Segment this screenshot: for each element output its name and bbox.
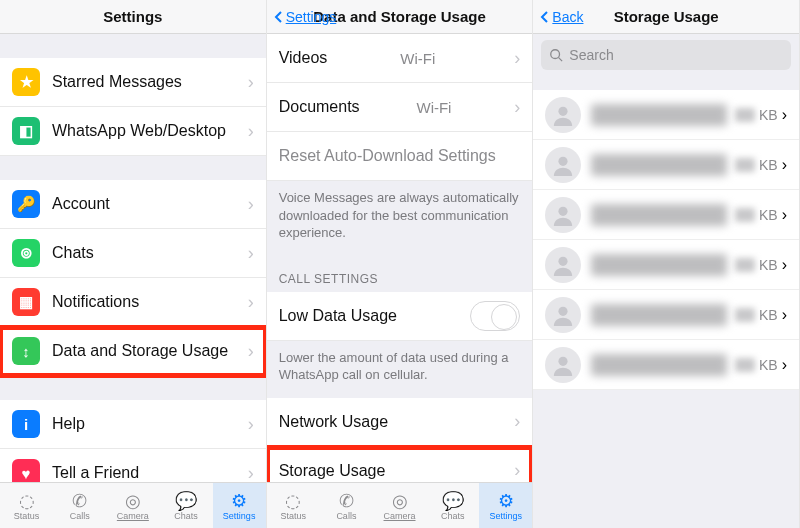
tab-label: Status: [280, 511, 306, 521]
row-tell-a-friend[interactable]: ♥ Tell a Friend ›: [0, 449, 266, 482]
nav-bar: Back Storage Usage: [533, 0, 799, 34]
tab-status[interactable]: ◌ Status: [0, 483, 53, 528]
chevron-right-icon: ›: [782, 306, 787, 324]
avatar-icon: [545, 347, 581, 383]
search-input[interactable]: Search: [541, 40, 791, 70]
row-documents[interactable]: Documents Wi-Fi ›: [267, 83, 533, 132]
row-label: Network Usage: [279, 413, 388, 431]
panel-storage-usage: Back Storage Usage Search KB › KB › KB ›…: [533, 0, 800, 528]
row-label: WhatsApp Web/Desktop: [52, 122, 226, 140]
chevron-right-icon: ›: [514, 411, 520, 432]
size-redacted: [735, 158, 755, 172]
contact-row[interactable]: KB ›: [533, 340, 799, 390]
chevron-right-icon: ›: [782, 106, 787, 124]
row-help[interactable]: i Help ›: [0, 400, 266, 449]
starred-messages-icon: ★: [12, 68, 40, 96]
row-label: Help: [52, 415, 85, 433]
chevron-right-icon: ›: [782, 156, 787, 174]
nav-title: Storage Usage: [614, 8, 719, 25]
camera-icon: ◎: [125, 491, 141, 511]
chevron-right-icon: ›: [248, 194, 254, 215]
chevron-right-icon: ›: [514, 97, 520, 118]
chevron-right-icon: ›: [782, 356, 787, 374]
row-label: Starred Messages: [52, 73, 182, 91]
row-storage-usage[interactable]: Storage Usage ›: [267, 447, 533, 482]
contact-row[interactable]: KB ›: [533, 240, 799, 290]
voice-note: Voice Messages are always automatically …: [267, 181, 533, 256]
tab-camera[interactable]: ◎ Camera: [373, 483, 426, 528]
row-starred-messages[interactable]: ★ Starred Messages ›: [0, 58, 266, 107]
contact-row[interactable]: KB ›: [533, 140, 799, 190]
tab-settings[interactable]: ⚙ Settings: [479, 483, 532, 528]
tab-label: Calls: [70, 511, 90, 521]
svg-point-5: [559, 256, 568, 265]
contact-row[interactable]: KB ›: [533, 190, 799, 240]
camera-icon: ◎: [392, 491, 408, 511]
size-unit: KB: [759, 357, 778, 373]
row-label: Storage Usage: [279, 462, 386, 480]
chevron-right-icon: ›: [248, 463, 254, 483]
row-label: Documents: [279, 98, 360, 116]
contact-row[interactable]: KB ›: [533, 290, 799, 340]
row-label: Account: [52, 195, 110, 213]
tab-calls[interactable]: ✆ Calls: [320, 483, 373, 528]
tab-chats[interactable]: 💬 Chats: [426, 483, 479, 528]
calls-icon: ✆: [72, 491, 87, 511]
tab-chats[interactable]: 💬 Chats: [159, 483, 212, 528]
tab-label: Status: [14, 511, 40, 521]
avatar-icon: [545, 97, 581, 133]
svg-line-1: [559, 58, 563, 62]
size-redacted: [735, 308, 755, 322]
call-settings-header: CALL SETTINGS: [267, 256, 533, 292]
chats-icon: 💬: [442, 491, 464, 511]
chevron-right-icon: ›: [514, 48, 520, 69]
row-account[interactable]: 🔑 Account ›: [0, 180, 266, 229]
settings-icon: ⚙: [231, 491, 247, 511]
size-redacted: [735, 108, 755, 122]
low-data-toggle[interactable]: [470, 301, 520, 331]
contact-name-redacted: [591, 154, 727, 176]
chevron-right-icon: ›: [782, 206, 787, 224]
low-data-usage-row: Low Data Usage: [267, 292, 533, 341]
svg-point-0: [551, 50, 560, 59]
contact-name-redacted: [591, 204, 727, 226]
reset-auto-download[interactable]: Reset Auto-Download Settings: [267, 132, 533, 181]
tab-settings[interactable]: ⚙ Settings: [213, 483, 266, 528]
avatar-icon: [545, 247, 581, 283]
svg-point-6: [559, 306, 568, 315]
row-videos[interactable]: Videos Wi-Fi ›: [267, 34, 533, 83]
chevron-right-icon: ›: [248, 341, 254, 362]
row-label: Data and Storage Usage: [52, 342, 228, 360]
tell-a-friend-icon: ♥: [12, 459, 40, 482]
chevron-right-icon: ›: [248, 72, 254, 93]
chevron-right-icon: ›: [248, 414, 254, 435]
tab-calls[interactable]: ✆ Calls: [53, 483, 106, 528]
row-chats[interactable]: ⊚ Chats ›: [0, 229, 266, 278]
tab-status[interactable]: ◌ Status: [267, 483, 320, 528]
contact-name-redacted: [591, 354, 727, 376]
back-button[interactable]: Settings: [273, 9, 337, 25]
chevron-right-icon: ›: [782, 256, 787, 274]
row-network-usage[interactable]: Network Usage ›: [267, 398, 533, 447]
svg-point-2: [559, 106, 568, 115]
help-icon: i: [12, 410, 40, 438]
tab-label: Camera: [384, 511, 416, 521]
row-notifications[interactable]: ▦ Notifications ›: [0, 278, 266, 327]
contact-row[interactable]: KB ›: [533, 90, 799, 140]
size-unit: KB: [759, 107, 778, 123]
row-data-storage-usage[interactable]: ↕ Data and Storage Usage ›: [0, 327, 266, 376]
back-button[interactable]: Back: [539, 9, 583, 25]
tab-camera[interactable]: ◎ Camera: [106, 483, 159, 528]
calls-icon: ✆: [339, 491, 354, 511]
svg-point-3: [559, 156, 568, 165]
size-redacted: [735, 358, 755, 372]
tab-label: Chats: [441, 511, 465, 521]
tab-label: Chats: [174, 511, 198, 521]
row-whatsapp-web[interactable]: ◧ WhatsApp Web/Desktop ›: [0, 107, 266, 156]
panel-data-storage: Settings Data and Storage Usage Videos W…: [267, 0, 534, 528]
size-unit: KB: [759, 207, 778, 223]
svg-point-4: [559, 206, 568, 215]
whatsapp-web-icon: ◧: [12, 117, 40, 145]
nav-title: Settings: [103, 8, 162, 25]
settings-icon: ⚙: [498, 491, 514, 511]
